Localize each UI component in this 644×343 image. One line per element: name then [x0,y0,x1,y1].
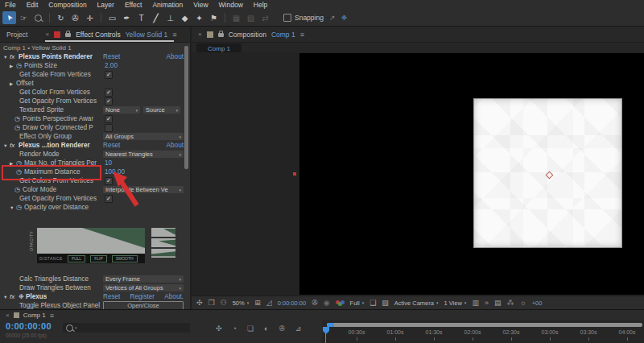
stopwatch-icon[interactable]: ◷ [16,62,24,69]
dropdown[interactable]: Nearest Triangles▾ [103,151,184,158]
about-link[interactable]: About. [164,293,184,300]
flowchart-icon[interactable]: ⁂ [506,299,514,307]
fast-previews-icon[interactable]: » [485,299,489,307]
panel-menu-icon[interactable]: ≡ [172,31,176,39]
rectangle-tool[interactable]: ▭ [105,11,119,24]
dropdown[interactable]: Vertices of All Groups▾ [103,284,184,291]
close-panel-icon[interactable]: × [6,312,10,319]
timeline-scrollbar[interactable] [327,323,642,327]
menu-window[interactable]: Window [219,1,243,9]
checkbox[interactable]: ✓ [105,71,113,79]
close-panel-icon[interactable]: × [45,31,49,38]
menu-help[interactable]: Help [254,1,267,9]
main-viewer-icon[interactable]: ❒ [208,299,215,307]
menu-composition[interactable]: Composition [48,1,86,9]
tab-project[interactable]: Project [6,31,27,39]
brainstorm-icon[interactable]: ✇ [279,324,286,333]
region-of-interest-icon[interactable]: ❑ [369,299,376,307]
fx-icon[interactable]: fx [10,53,19,60]
reset-link[interactable]: Reset [103,293,120,300]
dropdown[interactable]: Interpolate Between Ve▾ [103,186,184,193]
camera-tool[interactable]: ✇ [68,11,82,24]
panel-menu-icon[interactable]: ≡ [300,31,304,39]
snapping-checkbox[interactable] [283,14,291,22]
menu-animation[interactable]: Animation [152,1,183,9]
comp-timecode[interactable]: 0:00:00:00 [278,300,306,307]
graph-editor-icon[interactable]: ⊿ [295,324,302,333]
brush-tool[interactable]: ╱ [149,11,163,24]
flip-button[interactable]: FLIP [90,255,107,262]
checkbox[interactable]: ✓ [105,97,113,105]
type-tool[interactable]: T [134,11,148,24]
tab-effect-controls[interactable]: Effect Controls [76,31,121,39]
view-layout-select[interactable]: 1 View ▾ [444,300,466,307]
twirl-icon[interactable]: ▶ [10,81,16,86]
pixel-aspect-icon[interactable]: ▥ [472,299,479,307]
pen-tool[interactable]: ✒ [120,11,134,24]
property-value[interactable]: 100.00 [105,168,125,176]
checkbox[interactable]: ✓ [105,115,113,123]
register-link[interactable]: Register [130,293,155,300]
camera-view-select[interactable]: Active Camera ▾ [394,300,439,307]
property-value[interactable]: 2.00 [105,62,118,69]
dropdown[interactable]: Source▾ [143,106,180,114]
resolution-select[interactable]: Full ▾ [350,300,365,307]
preset-thumb[interactable] [151,228,175,237]
zoom-level-select[interactable]: 50% ▾ [233,300,250,307]
menu-view[interactable]: View [193,1,208,9]
grid-options-icon[interactable]: ⊞ [254,299,261,307]
rotation-tool[interactable]: ↻ [54,11,68,24]
reset-link[interactable]: Reset [103,142,120,149]
fx-icon[interactable]: fx [10,142,19,149]
reset-link[interactable]: Reset [103,53,120,60]
parent-link-icon[interactable]: ✣ [216,324,222,333]
snapshot-icon[interactable]: ✇ [312,299,318,307]
checkbox[interactable] [105,124,113,132]
shy-icon[interactable]: ◔ [233,324,237,333]
scrollbar[interactable] [184,46,188,169]
snap-options-icon[interactable]: ↗ [329,14,336,22]
dropdown[interactable]: None▾ [103,106,140,114]
stopwatch-icon[interactable]: ◷ [14,186,23,193]
property-value[interactable]: 10 [105,159,112,167]
search-input[interactable]: ▾ [63,323,190,333]
menu-file[interactable]: File [5,1,16,9]
graph-area[interactable] [37,228,145,254]
dropdown[interactable]: All Groups▾ [103,133,184,140]
checkbox[interactable]: ✓ [105,89,113,97]
exposure-value[interactable]: +00 [532,300,543,307]
close-panel-icon[interactable]: × [198,31,202,38]
hand-tool[interactable]: ☞ [17,11,31,24]
selection-tool[interactable]: ➤ [2,11,16,24]
tab-composition[interactable]: Composition [229,31,266,39]
stopwatch-icon[interactable]: ◷ [14,115,23,122]
smooth-button[interactable]: SMOOTH [112,255,138,262]
eraser-tool[interactable]: ◆ [178,11,192,24]
transparency-grid-icon[interactable]: ▨ [382,299,389,307]
fx-icon[interactable]: fx [10,293,19,300]
snap-features-icon[interactable]: ❖ [341,14,347,22]
full-button[interactable]: FULL [68,255,85,262]
menu-layer[interactable]: Layer [97,1,114,9]
roto-brush-tool[interactable]: ✦ [192,11,206,24]
menu-edit[interactable]: Edit [27,1,39,9]
about-link[interactable]: About [167,142,184,149]
twirl-icon[interactable]: ▼ [10,205,16,210]
motion-blur-icon[interactable]: ◐ [264,324,268,333]
preset-thumb[interactable] [151,238,175,247]
time-ruler[interactable]: 00:30s01:00s01:30s02:00s02:30s03:00s03:3… [322,320,644,343]
mask-visibility-icon[interactable]: ⚇ [221,299,227,307]
frame-blending-icon[interactable]: ❏ [247,324,254,333]
current-timecode[interactable]: 0:00:00:00 [6,321,52,331]
menu-effect[interactable]: Effect [125,1,142,9]
snapping-toggle[interactable]: Snapping [283,14,324,22]
dropdown[interactable]: Every Frame▾ [103,275,184,283]
reset-exposure-icon[interactable]: ☼ [519,299,526,307]
clone-stamp-tool[interactable]: ⊥ [163,11,177,24]
lock-icon[interactable] [65,33,71,37]
zoom-tool[interactable] [31,11,45,24]
composition-viewer[interactable] [192,52,644,296]
pan-behind-tool[interactable]: ✛ [83,11,97,24]
twirl-icon[interactable]: ▼ [3,295,10,300]
timeline-tab-comp1[interactable]: Comp 1 [23,312,46,319]
